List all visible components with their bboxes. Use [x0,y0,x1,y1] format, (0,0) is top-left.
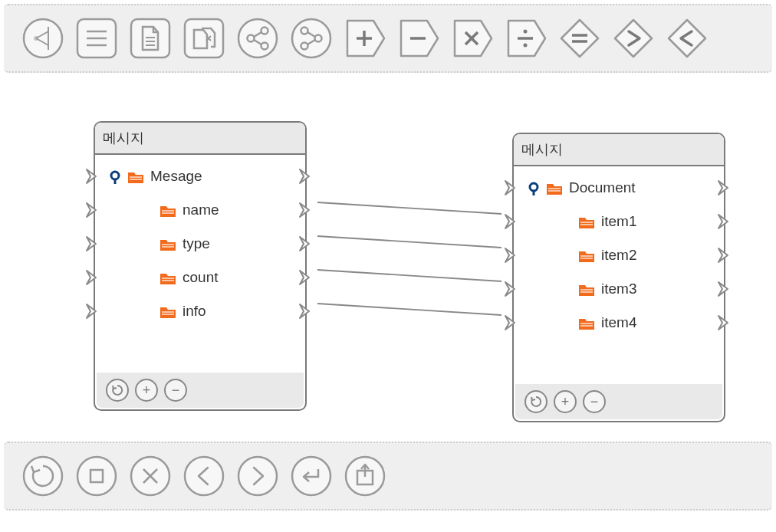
share2-icon[interactable] [291,18,332,59]
tree-item[interactable]: type [95,227,305,261]
panel-message-b[interactable]: 메시지 Document item1 item2 [512,133,725,422]
port-in-icon[interactable] [85,202,102,218]
plus-shape-icon[interactable] [344,18,386,59]
multiply-shape-icon[interactable] [452,18,493,59]
tree-item-label: item1 [601,213,636,230]
refresh-button[interactable] [106,379,129,402]
next-icon[interactable] [237,455,278,497]
port-in-icon[interactable] [504,281,521,297]
svg-line-40 [317,304,501,315]
tree-item-label: type [182,235,210,252]
folder-icon [578,282,595,296]
port-out-icon[interactable] [717,179,734,196]
upload-icon[interactable] [344,455,386,497]
tree-root[interactable]: Document [514,171,724,205]
svg-point-34 [524,44,528,48]
port-out-icon[interactable] [717,314,734,331]
enter-icon[interactable] [291,455,332,497]
tree-root-label: Document [569,179,636,196]
minus-shape-icon[interactable] [398,18,439,59]
port-in-icon[interactable] [85,269,102,286]
tree-item[interactable]: item4 [514,306,724,340]
folder-icon [546,181,563,195]
panel-title: 메시지 [514,134,724,166]
tree-item-label: item3 [601,281,636,297]
tree-item[interactable]: item2 [514,238,724,272]
folder-icon [159,203,176,217]
port-in-icon[interactable] [85,303,102,320]
toolbar-top [4,4,772,73]
tree: Mesage name type count [95,155,305,333]
remove-button[interactable]: − [164,379,187,402]
port-in-icon[interactable] [85,235,102,252]
node-icon[interactable] [22,18,64,59]
port-in-icon[interactable] [504,179,521,196]
panel-footer: + − [97,373,304,408]
folder-icon [578,316,595,330]
port-out-icon[interactable] [298,202,315,218]
port-out-icon[interactable] [298,235,315,252]
panel-footer: + − [515,384,722,419]
panel-title: 메시지 [95,123,305,155]
close-icon[interactable] [130,455,171,497]
port-out-icon[interactable] [298,303,315,320]
folder-icon [578,248,595,262]
folder-icon [127,169,144,183]
tree-item[interactable]: count [95,261,305,294]
refresh-icon[interactable] [22,455,64,497]
tree-item-label: name [182,202,219,218]
equals-shape-icon[interactable] [559,18,600,59]
port-out-icon[interactable] [717,213,734,230]
pin-icon [109,170,121,182]
files-icon[interactable] [183,18,225,59]
tree-item-label: info [182,303,206,320]
svg-line-39 [317,270,501,281]
folder-icon [159,237,176,251]
port-out-icon[interactable] [717,247,734,264]
tree-item[interactable]: info [95,294,305,328]
add-button[interactable]: + [554,390,577,413]
tree-item-label: item4 [601,314,636,331]
share-icon[interactable] [237,18,278,59]
port-in-icon[interactable] [85,168,102,185]
port-in-icon[interactable] [504,247,521,264]
remove-button[interactable]: − [583,390,606,413]
tree-item-label: item2 [601,247,636,264]
add-button[interactable]: + [135,379,158,402]
port-out-icon[interactable] [298,168,315,185]
port-out-icon[interactable] [717,281,734,297]
tree-item[interactable]: name [95,193,305,227]
svg-point-33 [524,30,528,34]
tree-root-label: Mesage [150,168,202,185]
tree-item[interactable]: item3 [514,272,724,306]
gt-shape-icon[interactable] [613,18,654,59]
svg-line-37 [317,202,501,214]
pin-icon [528,182,540,194]
folder-icon [159,304,176,318]
tree-root[interactable]: Mesage [95,159,305,193]
tree-item[interactable]: item1 [514,205,724,238]
tree-item-label: count [182,269,218,286]
divide-shape-icon[interactable] [505,18,547,59]
stop-icon[interactable] [76,455,117,497]
document-icon[interactable] [76,18,117,59]
port-in-icon[interactable] [504,314,521,331]
canvas: 메시지 Mesage name type [0,77,776,437]
port-in-icon[interactable] [504,213,521,230]
svg-line-38 [317,236,501,248]
toolbar-bottom [4,442,772,511]
folder-icon [159,271,176,284]
tree: Document item1 item2 item3 [514,166,724,344]
lt-shape-icon[interactable] [666,18,708,59]
folder-icon [578,215,595,228]
page-icon[interactable] [130,18,171,59]
port-out-icon[interactable] [298,269,315,286]
prev-icon[interactable] [183,455,225,497]
panel-message-a[interactable]: 메시지 Mesage name type [94,121,307,411]
refresh-button[interactable] [524,390,547,413]
